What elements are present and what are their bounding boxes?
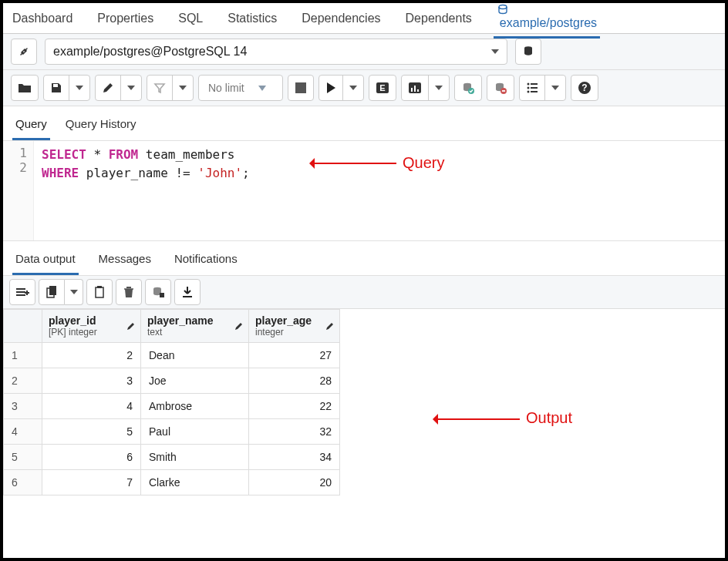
pencil-icon[interactable] [325,321,335,331]
row-number-cell[interactable]: 4 [4,419,42,445]
results-grid[interactable]: player_id [PK] integer player_name text … [3,309,340,495]
chevron-down-icon [70,290,78,294]
svg-point-0 [499,5,507,9]
add-row-button[interactable] [9,279,35,305]
cell-player-name[interactable]: Dean [141,343,249,368]
delete-row-button[interactable] [116,279,142,305]
query-history-tab[interactable]: Query History [62,113,140,140]
cell-player-age[interactable]: 27 [249,343,340,368]
tab-dependents[interactable]: Dependents [403,5,475,32]
connection-bar: example/postgres@PostgreSQL 14 [3,34,725,70]
macros-button[interactable] [519,75,566,101]
paste-button[interactable] [86,279,113,305]
row-number-cell[interactable]: 2 [4,368,42,394]
row-number-cell[interactable]: 1 [4,343,42,368]
save-file-button[interactable] [43,75,90,101]
save-data-button[interactable] [145,279,171,305]
server-button[interactable] [515,39,541,65]
filter-button[interactable] [147,75,194,101]
cell-player-name[interactable]: Clarke [141,470,249,495]
line-number: 1 [3,146,27,160]
svg-point-14 [527,83,530,86]
clipboard-icon [94,286,105,298]
row-number-header[interactable] [4,310,42,343]
open-file-button[interactable] [11,75,39,101]
messages-tab[interactable]: Messages [96,247,154,275]
cell-player-age[interactable]: 22 [249,394,340,419]
pencil-icon[interactable] [126,321,136,331]
commit-button[interactable] [454,75,482,101]
table-row[interactable]: 12Dean27 [4,343,340,368]
svg-text:E: E [379,83,385,92]
sql-keyword: WHERE [42,166,79,180]
tab-dependencies[interactable]: Dependencies [298,5,383,32]
tab-dashboard[interactable]: Dashboard [9,5,76,32]
connection-status-button[interactable] [11,39,37,65]
cell-player-age[interactable]: 28 [249,368,340,394]
edit-button[interactable] [95,75,142,101]
annotation-query: Query [304,153,444,172]
cell-player-id[interactable]: 3 [42,368,141,394]
row-number-cell[interactable]: 6 [4,470,42,495]
data-output-tab[interactable]: Data output [12,247,79,275]
arrow-left-icon [427,414,520,423]
tab-sql[interactable]: SQL [175,5,206,32]
cell-player-id[interactable]: 5 [42,419,141,445]
tab-properties[interactable]: Properties [94,5,157,32]
rollback-icon [494,81,507,95]
row-number-cell[interactable]: 3 [4,394,42,419]
cell-player-age[interactable]: 32 [249,419,340,445]
help-button[interactable]: ? [571,75,598,101]
copy-button[interactable] [39,279,83,305]
cell-player-name[interactable]: Ambrose [141,394,249,419]
trash-icon [123,286,134,298]
row-number-cell[interactable]: 5 [4,445,42,470]
svg-rect-8 [414,86,416,92]
download-button[interactable] [174,279,201,305]
cell-player-age[interactable]: 34 [249,445,340,470]
column-header-player-age[interactable]: player_age integer [249,310,340,343]
query-tab[interactable]: Query [12,113,50,140]
svg-rect-24 [96,287,103,297]
explain-analyze-button[interactable] [401,75,450,101]
cell-player-id[interactable]: 4 [42,394,141,419]
cell-player-name[interactable]: Smith [141,445,249,470]
sql-keyword: FROM [109,147,139,162]
table-row[interactable]: 45Paul32 [4,419,340,445]
data-toolbar [3,276,725,309]
svg-rect-23 [49,286,56,295]
column-header-player-id[interactable]: player_id [PK] integer [42,310,141,343]
row-limit-select[interactable]: No limit [198,75,283,101]
chevron-down-icon [179,86,187,90]
table-row[interactable]: 67Clarke20 [4,470,340,495]
list-icon [526,82,538,94]
tab-query-editor[interactable]: example/postgres [494,0,600,39]
cell-player-id[interactable]: 6 [42,445,141,470]
editor-code[interactable]: SELECT * FROM team_members WHERE player_… [34,141,725,240]
cell-player-age[interactable]: 20 [249,470,340,495]
table-row[interactable]: 34Ambrose22 [4,394,340,419]
stop-button[interactable] [288,75,314,101]
column-header-player-name[interactable]: player_name text [141,310,249,343]
cell-player-name[interactable]: Paul [141,419,249,445]
plug-icon [17,45,31,59]
pencil-icon[interactable] [234,321,244,331]
cell-player-name[interactable]: Joe [141,368,249,394]
svg-rect-15 [531,83,538,85]
tab-statistics[interactable]: Statistics [224,5,280,32]
rollback-button[interactable] [487,75,514,101]
cell-player-id[interactable]: 7 [42,470,141,495]
chevron-down-icon [127,86,135,90]
database-icon [521,45,535,59]
sql-editor[interactable]: 1 2 SELECT * FROM team_members WHERE pla… [3,141,725,241]
execute-button[interactable] [318,75,364,101]
table-row[interactable]: 56Smith34 [4,445,340,470]
table-row[interactable]: 23Joe28 [4,368,340,394]
svg-rect-28 [160,293,164,297]
cell-player-id[interactable]: 2 [42,343,141,368]
chart-icon [408,82,422,94]
connection-select[interactable]: example/postgres@PostgreSQL 14 [45,39,507,65]
svg-rect-2 [53,84,58,87]
notifications-tab[interactable]: Notifications [171,247,241,275]
explain-button[interactable]: E [369,75,396,101]
